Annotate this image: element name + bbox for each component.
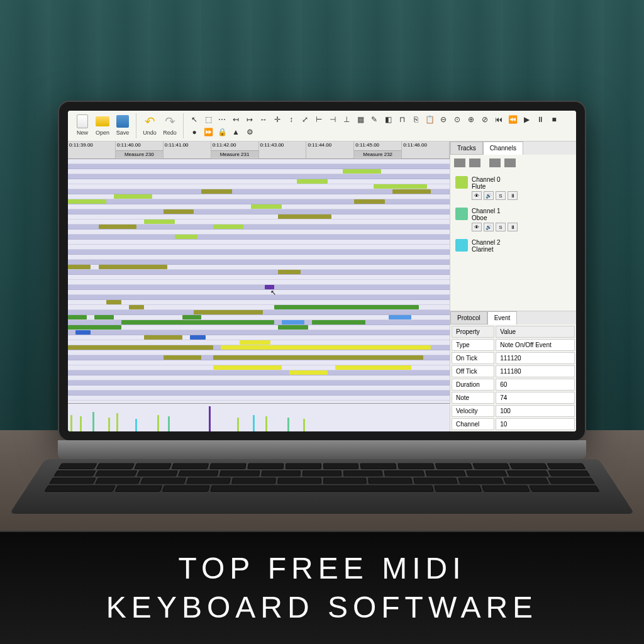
table-row: On Tick111120 — [452, 352, 575, 364]
align-left-tool[interactable]: ⊢ — [312, 113, 326, 126]
table-row: Off Tick111180 — [452, 365, 575, 377]
folder-icon — [96, 116, 109, 126]
side-panel: Tracks Channels — [450, 142, 576, 431]
record-tool[interactable]: ● — [187, 126, 201, 138]
event-properties-table: PropertyValue TypeNote On/Off Event On T… — [450, 325, 576, 431]
tab-event[interactable]: Event — [487, 311, 518, 325]
zoom-out-tool[interactable]: ⊖ — [436, 113, 450, 126]
channel-0[interactable]: Channel 0 Flute 👁 🔊 S ⏸ — [453, 174, 574, 203]
mute-icon[interactable]: ⏸ — [508, 191, 518, 200]
caption-line-1: TOP FREE MIDI — [106, 549, 538, 588]
save-button[interactable]: Save — [113, 113, 132, 137]
move-right-tool[interactable]: ↦ — [243, 113, 257, 126]
audio-icon[interactable]: 🔊 — [484, 191, 494, 200]
channel-icon-2[interactable] — [469, 158, 480, 167]
toolbar: New Open Save Undo Redo ↖ ⬚ ⋯ ↤ ↦ ↔ ✛ ↕ — [68, 111, 576, 142]
caption-line-2: KEYBOARD SOFTWARE — [106, 588, 538, 627]
move-tool[interactable]: ↔ — [257, 113, 270, 126]
table-row: Velocity100 — [452, 405, 575, 417]
tab-protocol[interactable]: Protocol — [450, 311, 487, 325]
eraser-tool[interactable]: ◧ — [381, 113, 395, 126]
new-file-icon — [77, 114, 88, 128]
audio-icon[interactable]: 🔊 — [484, 223, 494, 231]
lock-tool[interactable]: 🔒 — [215, 126, 229, 138]
channel-list: Channel 0 Flute 👁 🔊 S ⏸ — [450, 171, 576, 311]
screen-bezel: New Open Save Undo Redo ↖ ⬚ ⋯ ↤ ↦ ↔ ✛ ↕ — [58, 101, 586, 441]
pause-tool[interactable]: ⏸ — [533, 113, 547, 126]
align-center-tool[interactable]: ⊥ — [340, 113, 353, 126]
select-tool[interactable]: ⬚ — [201, 113, 215, 126]
tab-tracks[interactable]: Tracks — [450, 142, 483, 155]
caption-banner: TOP FREE MIDI KEYBOARD SOFTWARE — [0, 531, 644, 644]
app-screen: New Open Save Undo Redo ↖ ⬚ ⋯ ↤ ↦ ↔ ✛ ↕ — [68, 111, 576, 431]
stop-tool[interactable]: ■ — [547, 113, 561, 126]
rewind-tool[interactable]: ⏮ — [492, 113, 506, 126]
table-row: Channel10 — [452, 418, 575, 430]
table-row: TypeNote On/Off Event — [452, 339, 575, 351]
mute-icon[interactable]: ⏸ — [508, 223, 518, 231]
table-row: Note74 — [452, 392, 575, 404]
metronome-tool[interactable]: ▲ — [229, 126, 243, 138]
redo-icon — [163, 114, 177, 128]
copy-tool[interactable]: ⎘ — [409, 113, 423, 126]
velocity-lane[interactable] — [68, 403, 450, 431]
channel-color-swatch — [455, 176, 468, 189]
align-right-tool[interactable]: ⊣ — [326, 113, 340, 126]
cursor-icon: ↖ — [270, 289, 276, 297]
move-left-tool[interactable]: ↤ — [229, 113, 243, 126]
zoom-fit-tool[interactable]: ⊙ — [450, 113, 464, 126]
undo-button[interactable]: Undo — [140, 113, 159, 137]
solo-button[interactable]: S — [496, 223, 506, 231]
draw-tool[interactable]: ⋯ — [215, 113, 229, 126]
tab-channels[interactable]: Channels — [483, 142, 523, 155]
zoom-v-tool[interactable]: ⊘ — [478, 113, 492, 126]
settings-tool[interactable]: ⚙ — [243, 126, 257, 138]
piano-roll[interactable]: ↖ — [68, 159, 450, 403]
pencil-tool[interactable]: ✎ — [367, 113, 381, 126]
redo-button[interactable]: Redo — [160, 113, 179, 137]
channel-1[interactable]: Channel 1 Oboe 👁 🔊 S ⏸ — [453, 205, 574, 234]
back-tool[interactable]: ⏪ — [506, 113, 519, 126]
forward-tool[interactable]: ⏩ — [201, 126, 215, 138]
zoom-in-tool[interactable]: ⊕ — [464, 113, 478, 126]
resize-tool[interactable]: ⤢ — [298, 113, 312, 126]
solo-button[interactable]: S — [496, 191, 506, 200]
grid-tool[interactable]: ▦ — [353, 113, 367, 126]
laptop-keyboard — [9, 459, 635, 514]
channel-color-swatch — [455, 239, 468, 252]
tool-palette: ↖ ⬚ ⋯ ↤ ↦ ↔ ✛ ↕ ⤢ ⊢ ⊣ ⊥ ▦ ✎ ◧ ⊓ ⎘ — [187, 113, 571, 138]
table-row: Duration60 — [452, 379, 575, 391]
channel-icon-3[interactable] — [489, 158, 501, 167]
channel-icon-1[interactable] — [454, 158, 465, 167]
open-button[interactable]: Open — [93, 113, 112, 137]
crosshair-tool[interactable]: ✛ — [270, 113, 284, 126]
undo-icon — [143, 114, 157, 128]
paste-tool[interactable]: 📋 — [423, 113, 436, 126]
channel-color-swatch — [455, 208, 468, 220]
play-tool[interactable]: ▶ — [519, 113, 533, 126]
event-panel: Protocol Event PropertyValue TypeNote On… — [450, 311, 576, 431]
visible-icon[interactable]: 👁 — [472, 191, 482, 200]
editor-main: 0:11:39.00 0:11:40.00Measure 230 0:11:41… — [68, 142, 450, 431]
timeline-ruler[interactable]: 0:11:39.00 0:11:40.00Measure 230 0:11:41… — [68, 142, 450, 159]
laptop: New Open Save Undo Redo ↖ ⬚ ⋯ ↤ ↦ ↔ ✛ ↕ — [58, 101, 586, 535]
new-button[interactable]: New — [73, 113, 92, 137]
magnet-tool[interactable]: ⊓ — [395, 113, 409, 126]
save-icon — [116, 115, 129, 128]
visible-icon[interactable]: 👁 — [472, 223, 482, 231]
channel-2[interactable]: Channel 2 Clarinet — [453, 236, 574, 255]
channel-icon-4[interactable] — [504, 158, 516, 167]
pointer-tool[interactable]: ↖ — [187, 113, 201, 126]
vmove-tool[interactable]: ↕ — [284, 113, 298, 126]
